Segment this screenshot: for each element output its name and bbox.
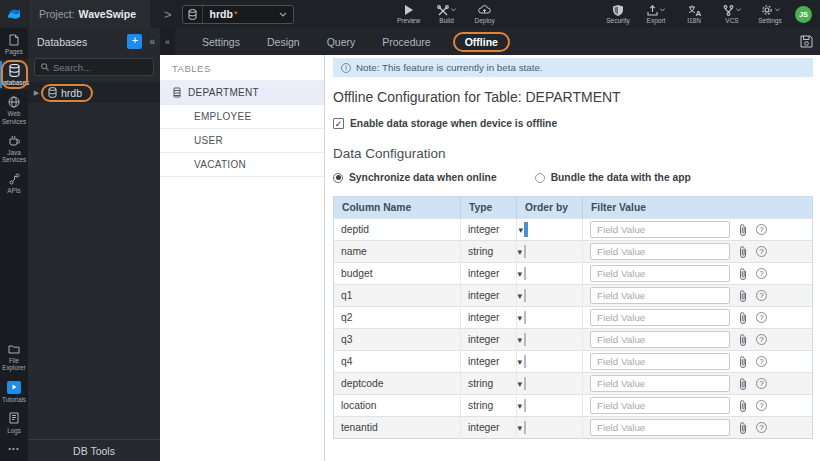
cloud-upload-icon — [478, 4, 491, 16]
filter-value-input[interactable] — [590, 221, 730, 238]
radio-option-bundle[interactable]: Bundle the data with the app — [535, 172, 691, 183]
table-item-department[interactable]: DEPARTMENT — [160, 81, 324, 105]
bind-property-icon[interactable] — [738, 246, 748, 258]
bind-property-icon[interactable] — [738, 268, 748, 280]
order-by-select[interactable]: ▾ — [524, 355, 526, 368]
help-icon[interactable]: ? — [756, 290, 767, 301]
db-tools-button[interactable]: DB Tools — [28, 439, 160, 461]
filter-value-input[interactable] — [590, 397, 730, 414]
database-tree-item-hrdb[interactable]: ▶ hrdb — [28, 82, 160, 103]
filter-value-input[interactable] — [590, 375, 730, 392]
tab-procedure[interactable]: Procedure — [382, 36, 430, 48]
order-by-select[interactable]: ▾ — [524, 311, 526, 324]
shield-icon — [613, 4, 623, 16]
deploy-button[interactable]: Deploy — [470, 4, 500, 24]
help-icon[interactable]: ? — [756, 378, 767, 389]
preview-button[interactable]: Preview — [394, 4, 424, 24]
table-row: q3 integer ▾ — [334, 329, 813, 351]
filter-value-input[interactable] — [590, 331, 730, 348]
vcs-button[interactable]: VCS — [717, 4, 747, 24]
table-row: q4 integer ▾ — [334, 351, 813, 373]
build-button[interactable]: Build — [432, 4, 462, 24]
chevron-down-icon: ▾ — [518, 225, 523, 235]
add-database-button[interactable]: + — [127, 34, 142, 49]
help-icon[interactable]: ? — [756, 268, 767, 279]
tab-settings[interactable]: Settings — [202, 36, 240, 48]
sidebar-item-java-services[interactable]: Java Services — [0, 129, 28, 167]
sidebar-item-pages[interactable]: Pages — [0, 28, 28, 59]
tab-bar: « Settings Design Query Procedure Offlin… — [160, 28, 820, 55]
radio-option-synchronize[interactable]: Synchronize data when online — [333, 172, 497, 183]
bind-property-icon[interactable] — [738, 422, 748, 434]
filter-value-input[interactable] — [590, 309, 730, 326]
play-icon — [404, 4, 413, 16]
save-button[interactable] — [800, 35, 813, 48]
order-by-select[interactable]: ▾ — [524, 222, 528, 237]
table-item-employee[interactable]: EMPLOYEE — [160, 105, 324, 129]
table-item-vacation[interactable]: VACATION — [160, 153, 324, 177]
security-button[interactable]: Security — [603, 4, 633, 24]
bind-property-icon[interactable] — [738, 312, 748, 324]
tables-panel-title: TABLES — [160, 55, 324, 81]
sidebar-more-button[interactable]: ••• — [0, 438, 28, 461]
sidebar-item-web-services[interactable]: Web Services — [0, 90, 28, 128]
search-input[interactable] — [53, 62, 143, 73]
help-icon[interactable]: ? — [756, 312, 767, 323]
order-by-select[interactable]: ▾ — [524, 399, 526, 412]
help-icon[interactable]: ? — [756, 334, 767, 345]
sync-mode-options: Synchronize data when online Bundle the … — [333, 172, 813, 183]
filter-value-input[interactable] — [590, 243, 730, 260]
help-icon[interactable]: ? — [756, 224, 767, 235]
filter-value-input[interactable] — [590, 419, 730, 436]
sidebar-item-apis[interactable]: APIs — [0, 167, 28, 198]
order-by-select[interactable]: ▾ — [524, 333, 526, 346]
table-row: q2 integer ▾ — [334, 307, 813, 329]
table-row: q1 integer ▾ — [334, 285, 813, 307]
chevron-down-icon — [775, 8, 780, 12]
tab-offline[interactable]: Offline — [453, 32, 510, 52]
order-by-select[interactable]: ▾ — [524, 289, 526, 302]
tab-design[interactable]: Design — [267, 36, 300, 48]
help-icon[interactable]: ? — [756, 246, 767, 257]
tab-query[interactable]: Query — [327, 36, 356, 48]
column-name-cell: deptcode — [334, 373, 461, 395]
filter-value-input[interactable] — [590, 265, 730, 282]
sidebar-item-databases[interactable]: Databases — [0, 59, 28, 90]
bind-property-icon[interactable] — [738, 356, 748, 368]
bind-property-icon[interactable] — [738, 334, 748, 346]
settings-button[interactable]: Settings — [755, 4, 785, 24]
beta-note-banner: i Note: This feature is currently in bet… — [333, 58, 813, 77]
expand-caret-icon[interactable]: ▶ — [32, 89, 41, 97]
bind-property-icon[interactable] — [738, 378, 748, 390]
filter-value-input[interactable] — [590, 287, 730, 304]
user-avatar[interactable]: JS — [795, 6, 812, 23]
collapse-panel-icon[interactable]: « — [149, 36, 155, 47]
column-type-cell: string — [461, 395, 517, 417]
chevron-down-icon: ▾ — [517, 423, 522, 433]
help-icon[interactable]: ? — [756, 422, 767, 433]
order-by-select[interactable]: ▾ — [524, 377, 526, 390]
help-icon[interactable]: ? — [756, 356, 767, 367]
bind-property-icon[interactable] — [738, 224, 748, 236]
bind-property-icon[interactable] — [738, 400, 748, 412]
help-icon[interactable]: ? — [756, 400, 767, 411]
i18n-button[interactable]: A I18N — [679, 4, 709, 24]
bind-property-icon[interactable] — [738, 290, 748, 302]
collapse-tables-panel-icon[interactable]: « — [160, 28, 175, 55]
order-by-select[interactable]: ▾ — [524, 267, 526, 280]
table-item-user[interactable]: USER — [160, 129, 324, 153]
order-by-select[interactable]: ▾ — [524, 245, 526, 258]
sidebar-item-tutorials[interactable]: Tutorials — [0, 376, 28, 407]
sidebar-item-logs[interactable]: Logs — [0, 407, 28, 438]
table-row: budget integer ▾ — [334, 263, 813, 285]
tutorial-play-icon — [7, 381, 21, 394]
enable-offline-checkbox[interactable]: ✓ — [333, 118, 344, 129]
order-by-select[interactable]: ▾ — [524, 421, 526, 434]
export-button[interactable]: Export — [641, 4, 671, 24]
database-selector-dropdown[interactable]: hrdb* — [182, 5, 294, 24]
page-title: Offline Configuration for Table: DEPARTM… — [333, 89, 813, 105]
wavemaker-logo[interactable] — [0, 0, 28, 28]
chevron-down-icon — [265, 12, 287, 17]
filter-value-input[interactable] — [590, 353, 730, 370]
sidebar-item-file-explorer[interactable]: File Explorer — [0, 337, 28, 375]
